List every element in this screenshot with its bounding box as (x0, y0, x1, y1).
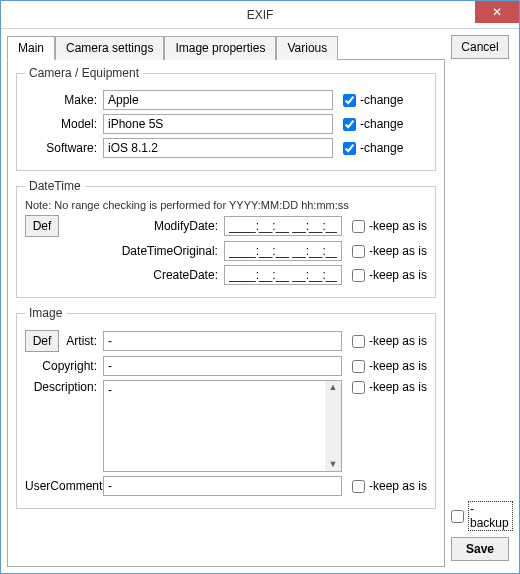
checkbox-modifydate-keep[interactable] (352, 220, 365, 233)
label-copyright-keep: -keep as is (369, 359, 427, 373)
row-datetimeoriginal: DateTimeOriginal: -keep as is (25, 241, 427, 261)
close-button[interactable]: ✕ (475, 1, 519, 23)
label-artist: Artist: (65, 334, 103, 348)
label-software: Software: (25, 141, 103, 155)
legend-datetime: DateTime (25, 179, 85, 193)
def-button-image[interactable]: Def (25, 330, 59, 352)
right-column: Cancel -backup Save (451, 35, 513, 567)
window-title: EXIF (247, 8, 274, 22)
checkbox-usercomment-keep[interactable] (352, 480, 365, 493)
label-copyright: Copyright: (25, 359, 103, 373)
checkbox-artist-keep[interactable] (352, 335, 365, 348)
label-software-change: -change (360, 141, 403, 155)
input-createdate[interactable] (224, 265, 342, 285)
label-model: Model: (25, 117, 103, 131)
label-model-change: -change (360, 117, 403, 131)
label-backup: -backup (468, 501, 513, 531)
label-make: Make: (25, 93, 103, 107)
input-modifydate[interactable] (224, 216, 342, 236)
tab-panel-main: Camera / Equipment Make: -change Model: … (7, 60, 445, 567)
row-usercomment: UserComment: -keep as is (25, 476, 427, 496)
row-modifydate: Def ModifyDate: -keep as is (25, 215, 427, 237)
close-icon: ✕ (492, 5, 502, 19)
checkbox-software-change[interactable] (343, 142, 356, 155)
left-column: Main Camera settings Image properties Va… (7, 35, 445, 567)
row-make: Make: -change (25, 90, 427, 110)
row-createdate: CreateDate: -keep as is (25, 265, 427, 285)
label-artist-keep: -keep as is (369, 334, 427, 348)
row-description: Description: ▲▼ -keep as is (25, 380, 427, 472)
checkbox-backup[interactable] (451, 510, 464, 523)
label-make-change: -change (360, 93, 403, 107)
group-datetime: DateTime Note: No range checking is perf… (16, 179, 436, 298)
group-camera-equipment: Camera / Equipment Make: -change Model: … (16, 66, 436, 171)
tab-image-properties[interactable]: Image properties (164, 36, 276, 60)
label-description-keep: -keep as is (369, 380, 427, 394)
input-usercomment[interactable] (103, 476, 342, 496)
row-model: Model: -change (25, 114, 427, 134)
cancel-button[interactable]: Cancel (451, 35, 509, 59)
checkbox-createdate-keep[interactable] (352, 269, 365, 282)
datetime-note: Note: No range checking is performed for… (25, 199, 427, 211)
tab-camera-settings[interactable]: Camera settings (55, 36, 164, 60)
row-copyright: Copyright: -keep as is (25, 356, 427, 376)
checkbox-make-change[interactable] (343, 94, 356, 107)
label-createdate-keep: -keep as is (369, 268, 427, 282)
checkbox-description-keep[interactable] (352, 381, 365, 394)
row-software: Software: -change (25, 138, 427, 158)
legend-camera: Camera / Equipment (25, 66, 143, 80)
titlebar: EXIF ✕ (1, 1, 519, 29)
input-artist[interactable] (103, 331, 342, 351)
legend-image: Image (25, 306, 66, 320)
input-software[interactable] (103, 138, 333, 158)
input-description[interactable] (104, 381, 325, 471)
def-button-datetime[interactable]: Def (25, 215, 59, 237)
input-description-wrap: ▲▼ (103, 380, 342, 472)
row-artist: Def Artist: -keep as is (25, 330, 427, 352)
checkbox-model-change[interactable] (343, 118, 356, 131)
input-copyright[interactable] (103, 356, 342, 376)
dialog-body: Main Camera settings Image properties Va… (1, 29, 519, 573)
input-make[interactable] (103, 90, 333, 110)
label-modifydate: ModifyDate: (154, 219, 224, 233)
input-model[interactable] (103, 114, 333, 134)
group-image: Image Def Artist: -keep as is Copyright:… (16, 306, 436, 509)
label-usercomment: UserComment: (25, 479, 103, 493)
label-datetimeoriginal-keep: -keep as is (369, 244, 427, 258)
tab-main[interactable]: Main (7, 36, 55, 60)
backup-checkbox-wrap[interactable]: -backup (451, 501, 513, 531)
scrollbar-description[interactable]: ▲▼ (325, 381, 341, 471)
tab-strip: Main Camera settings Image properties Va… (7, 35, 445, 60)
label-usercomment-keep: -keep as is (369, 479, 427, 493)
checkbox-copyright-keep[interactable] (352, 360, 365, 373)
input-datetimeoriginal[interactable] (224, 241, 342, 261)
exif-dialog: EXIF ✕ Main Camera settings Image proper… (0, 0, 520, 574)
save-button[interactable]: Save (451, 537, 509, 561)
scroll-up-icon: ▲ (329, 383, 338, 392)
scroll-down-icon: ▼ (329, 460, 338, 469)
checkbox-datetimeoriginal-keep[interactable] (352, 245, 365, 258)
label-datetimeoriginal: DateTimeOriginal: (122, 244, 224, 258)
tab-various[interactable]: Various (276, 36, 338, 60)
label-createdate: CreateDate: (153, 268, 224, 282)
label-description: Description: (25, 380, 103, 394)
label-modifydate-keep: -keep as is (369, 219, 427, 233)
